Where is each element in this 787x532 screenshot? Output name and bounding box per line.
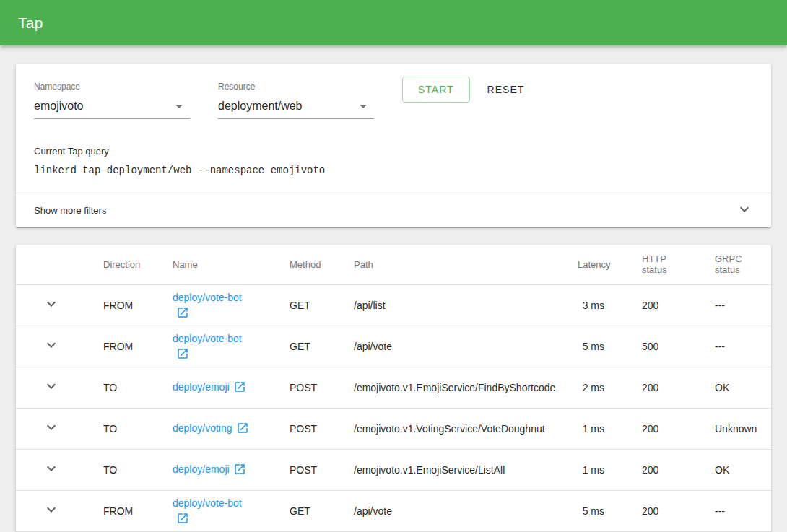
main-content: Namespace emojivoto Resource deployment/… bbox=[0, 64, 787, 532]
method-cell: POST bbox=[278, 449, 342, 490]
table-header-row: Direction Name Method Path Latency HTTP … bbox=[16, 245, 771, 284]
grpc-status-cell: Unknown bbox=[703, 408, 771, 449]
table-row: FROM deploy/vote-bot GET /api/vote 5 ms … bbox=[16, 490, 771, 531]
latency-cell: 2 ms bbox=[566, 367, 630, 408]
latency-cell: 5 ms bbox=[566, 326, 630, 367]
grpc-status-cell: --- bbox=[703, 326, 771, 367]
open-in-new-icon[interactable] bbox=[176, 306, 189, 319]
start-button[interactable]: START bbox=[402, 77, 470, 103]
method-cell: GET bbox=[278, 326, 342, 367]
resource-link[interactable]: deploy/voting bbox=[173, 422, 232, 434]
namespace-select-group: Namespace emojivoto bbox=[34, 82, 190, 119]
namespace-value: emojivoto bbox=[34, 100, 83, 113]
latency-cell: 1 ms bbox=[566, 449, 630, 490]
chevron-down-icon bbox=[43, 378, 60, 395]
open-in-new-icon[interactable] bbox=[236, 422, 249, 435]
tap-results-card: Direction Name Method Path Latency HTTP … bbox=[16, 245, 771, 532]
column-header-path: Path bbox=[342, 245, 566, 284]
show-more-filters-label: Show more filters bbox=[34, 205, 106, 216]
dropdown-arrow-icon bbox=[175, 105, 183, 108]
resource-link[interactable]: deploy/vote-bot bbox=[173, 497, 242, 509]
grpc-status-cell: OK bbox=[703, 449, 771, 490]
column-header-http-status: HTTP status bbox=[630, 245, 703, 284]
method-cell: POST bbox=[278, 367, 342, 408]
open-in-new-icon[interactable] bbox=[176, 512, 189, 525]
column-header-grpc-status: GRPC status bbox=[703, 245, 771, 284]
resource-link[interactable]: deploy/vote-bot bbox=[173, 292, 242, 303]
resource-select[interactable]: deployment/web bbox=[218, 97, 374, 119]
column-header-method: Method bbox=[278, 245, 342, 284]
chevron-down-icon bbox=[736, 201, 753, 220]
open-in-new-icon[interactable] bbox=[176, 347, 189, 360]
name-cell: deploy/vote-bot bbox=[161, 490, 278, 531]
direction-cell: TO bbox=[92, 367, 161, 408]
current-tap-query-label: Current Tap query bbox=[34, 146, 753, 157]
table-row: FROM deploy/vote-bot GET /api/vote 5 ms … bbox=[16, 326, 771, 367]
path-cell: /emojivoto.v1.VotingService/VoteDoughnut bbox=[342, 408, 566, 449]
name-cell: deploy/emoji bbox=[161, 367, 278, 408]
chevron-down-icon bbox=[43, 460, 60, 477]
dropdown-arrow-icon bbox=[360, 105, 367, 108]
resource-link[interactable]: deploy/emoji bbox=[173, 463, 230, 475]
path-cell: /api/vote bbox=[342, 490, 566, 531]
direction-cell: FROM bbox=[92, 326, 161, 367]
name-cell: deploy/voting bbox=[161, 408, 278, 449]
path-cell: /api/list bbox=[342, 284, 566, 326]
method-cell: POST bbox=[278, 408, 342, 449]
http-status-cell: 200 bbox=[630, 408, 703, 449]
table-row: TO deploy/emoji POST /emojivoto.v1.Emoji… bbox=[16, 449, 771, 490]
resource-link[interactable]: deploy/emoji bbox=[173, 381, 230, 393]
column-header-latency: Latency bbox=[566, 245, 630, 284]
direction-cell: TO bbox=[92, 408, 161, 449]
column-header-direction: Direction bbox=[92, 245, 161, 284]
namespace-select[interactable]: emojivoto bbox=[34, 97, 190, 119]
table-row: FROM deploy/vote-bot GET /api/list 3 ms … bbox=[16, 284, 771, 326]
table-body: FROM deploy/vote-bot GET /api/list 3 ms … bbox=[16, 284, 771, 531]
path-cell: /emojivoto.v1.EmojiService/ListAll bbox=[342, 449, 566, 490]
http-status-cell: 200 bbox=[630, 367, 703, 408]
chevron-down-icon bbox=[43, 295, 60, 313]
http-status-cell: 200 bbox=[630, 449, 703, 490]
resource-value: deployment/web bbox=[218, 100, 303, 113]
resource-link[interactable]: deploy/vote-bot bbox=[173, 333, 242, 344]
chevron-down-icon bbox=[43, 501, 60, 518]
expand-row-button[interactable] bbox=[43, 378, 60, 395]
resource-select-group: Resource deployment/web bbox=[218, 82, 374, 119]
latency-cell: 1 ms bbox=[566, 408, 630, 449]
chevron-down-icon bbox=[43, 419, 60, 436]
name-cell: deploy/emoji bbox=[161, 449, 278, 490]
path-cell: /api/vote bbox=[342, 326, 566, 367]
direction-cell: FROM bbox=[92, 490, 161, 531]
open-in-new-icon[interactable] bbox=[233, 380, 246, 393]
column-header-name: Name bbox=[161, 245, 278, 284]
page-title: Tap bbox=[18, 14, 43, 32]
http-status-cell: 200 bbox=[630, 284, 703, 326]
direction-cell: FROM bbox=[92, 284, 161, 326]
name-cell: deploy/vote-bot bbox=[161, 284, 278, 326]
expand-row-button[interactable] bbox=[43, 295, 60, 313]
expand-row-button[interactable] bbox=[43, 419, 60, 436]
show-more-filters-toggle[interactable]: Show more filters bbox=[16, 193, 771, 227]
tap-results-table: Direction Name Method Path Latency HTTP … bbox=[16, 245, 771, 532]
http-status-cell: 200 bbox=[630, 490, 703, 531]
expand-row-button[interactable] bbox=[43, 460, 60, 477]
open-in-new-icon[interactable] bbox=[233, 463, 246, 476]
direction-cell: TO bbox=[92, 449, 161, 490]
table-row: TO deploy/voting POST /emojivoto.v1.Voti… bbox=[16, 408, 771, 449]
path-cell: /emojivoto.v1.EmojiService/FindByShortco… bbox=[342, 367, 566, 408]
table-row: TO deploy/emoji POST /emojivoto.v1.Emoji… bbox=[16, 367, 771, 408]
current-tap-query: linkerd tap deployment/web --namespace e… bbox=[34, 165, 753, 176]
resource-label: Resource bbox=[218, 82, 374, 92]
grpc-status-cell: --- bbox=[703, 490, 771, 531]
expand-row-button[interactable] bbox=[43, 501, 60, 518]
chevron-down-icon bbox=[43, 336, 60, 354]
latency-cell: 5 ms bbox=[566, 490, 630, 531]
reset-button[interactable]: RESET bbox=[477, 77, 535, 103]
name-cell: deploy/vote-bot bbox=[161, 326, 278, 367]
http-status-cell: 500 bbox=[630, 326, 703, 367]
expand-row-button[interactable] bbox=[43, 336, 60, 354]
expander-column-header bbox=[16, 245, 92, 284]
namespace-label: Namespace bbox=[34, 82, 190, 92]
method-cell: GET bbox=[278, 284, 342, 326]
grpc-status-cell: --- bbox=[703, 284, 771, 326]
